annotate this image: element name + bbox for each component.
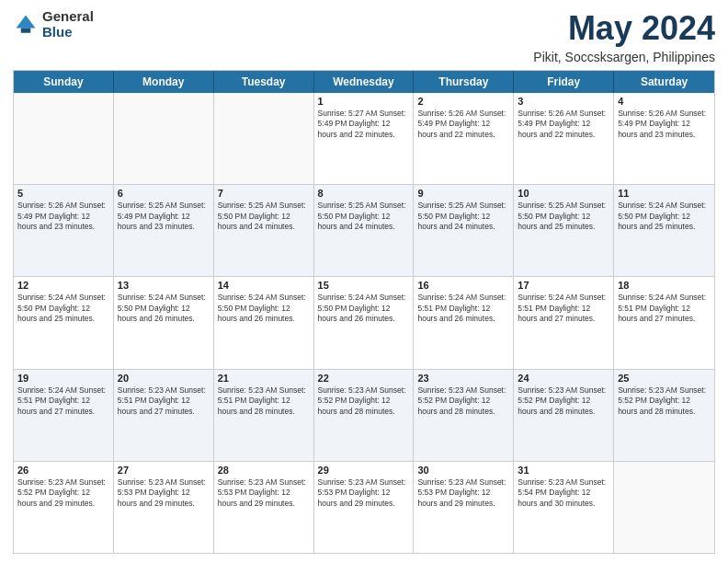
day-number: 9 [417, 188, 509, 199]
cal-cell-day-22: 22Sunrise: 5:23 AM Sunset: 5:52 PM Dayli… [314, 370, 415, 461]
day-info: Sunrise: 5:24 AM Sunset: 5:50 PM Dayligh… [318, 293, 410, 324]
day-number: 23 [417, 373, 509, 384]
cal-cell-day-13: 13Sunrise: 5:24 AM Sunset: 5:50 PM Dayli… [114, 277, 214, 368]
day-info: Sunrise: 5:25 AM Sunset: 5:50 PM Dayligh… [318, 201, 410, 232]
day-number: 27 [118, 465, 210, 476]
cal-header-wednesday: Wednesday [314, 71, 415, 93]
day-info: Sunrise: 5:25 AM Sunset: 5:50 PM Dayligh… [218, 201, 310, 232]
cal-cell-empty [214, 93, 314, 184]
day-number: 24 [518, 373, 609, 384]
cal-cell-day-19: 19Sunrise: 5:24 AM Sunset: 5:51 PM Dayli… [14, 370, 114, 461]
cal-cell-day-2: 2Sunrise: 5:26 AM Sunset: 5:49 PM Daylig… [414, 93, 514, 184]
cal-cell-day-4: 4Sunrise: 5:26 AM Sunset: 5:49 PM Daylig… [614, 93, 714, 184]
day-number: 5 [17, 188, 109, 199]
day-info: Sunrise: 5:25 AM Sunset: 5:50 PM Dayligh… [417, 201, 509, 232]
day-info: Sunrise: 5:24 AM Sunset: 5:50 PM Dayligh… [218, 293, 310, 324]
day-number: 8 [318, 188, 410, 199]
logo-icon [13, 12, 39, 38]
day-number: 15 [318, 280, 410, 291]
cal-header-saturday: Saturday [614, 71, 714, 93]
cal-cell-day-6: 6Sunrise: 5:25 AM Sunset: 5:49 PM Daylig… [114, 185, 214, 276]
logo-blue: Blue [42, 25, 94, 40]
cal-cell-day-3: 3Sunrise: 5:26 AM Sunset: 5:49 PM Daylig… [514, 93, 614, 184]
day-info: Sunrise: 5:26 AM Sunset: 5:49 PM Dayligh… [618, 109, 711, 140]
cal-week-3: 12Sunrise: 5:24 AM Sunset: 5:50 PM Dayli… [14, 277, 714, 369]
day-number: 7 [218, 188, 310, 199]
day-info: Sunrise: 5:26 AM Sunset: 5:49 PM Dayligh… [417, 109, 509, 140]
day-number: 2 [417, 96, 509, 107]
calendar-header-row: SundayMondayTuesdayWednesdayThursdayFrid… [14, 71, 714, 93]
cal-cell-day-27: 27Sunrise: 5:23 AM Sunset: 5:53 PM Dayli… [114, 462, 214, 553]
cal-cell-empty [14, 93, 114, 184]
cal-cell-day-10: 10Sunrise: 5:25 AM Sunset: 5:50 PM Dayli… [514, 185, 614, 276]
day-number: 29 [318, 465, 410, 476]
day-number: 12 [17, 280, 109, 291]
cal-cell-day-7: 7Sunrise: 5:25 AM Sunset: 5:50 PM Daylig… [214, 185, 314, 276]
day-info: Sunrise: 5:25 AM Sunset: 5:50 PM Dayligh… [518, 201, 609, 232]
logo-text: General Blue [42, 9, 94, 40]
cal-cell-day-16: 16Sunrise: 5:24 AM Sunset: 5:51 PM Dayli… [414, 277, 514, 368]
cal-cell-day-29: 29Sunrise: 5:23 AM Sunset: 5:53 PM Dayli… [314, 462, 415, 553]
day-info: Sunrise: 5:23 AM Sunset: 5:52 PM Dayligh… [518, 385, 609, 417]
title-block: May 2024 Pikit, Soccsksargen, Philippine… [533, 9, 715, 64]
day-number: 30 [417, 465, 509, 476]
main-title: May 2024 [533, 9, 715, 48]
day-info: Sunrise: 5:23 AM Sunset: 5:54 PM Dayligh… [518, 477, 609, 509]
day-number: 18 [618, 280, 711, 291]
cal-cell-empty [614, 462, 714, 553]
cal-cell-day-31: 31Sunrise: 5:23 AM Sunset: 5:54 PM Dayli… [514, 462, 614, 553]
header: General Blue May 2024 Pikit, Soccsksarge… [13, 9, 715, 64]
cal-header-tuesday: Tuesday [214, 71, 314, 93]
day-info: Sunrise: 5:23 AM Sunset: 5:51 PM Dayligh… [218, 385, 310, 417]
day-number: 6 [118, 188, 210, 199]
cal-cell-day-1: 1Sunrise: 5:27 AM Sunset: 5:49 PM Daylig… [314, 93, 415, 184]
cal-week-5: 26Sunrise: 5:23 AM Sunset: 5:52 PM Dayli… [14, 462, 714, 553]
logo: General Blue [13, 9, 94, 40]
day-number: 31 [518, 465, 609, 476]
day-number: 20 [118, 373, 210, 384]
cal-header-sunday: Sunday [14, 71, 114, 93]
day-info: Sunrise: 5:23 AM Sunset: 5:53 PM Dayligh… [118, 477, 210, 509]
day-info: Sunrise: 5:24 AM Sunset: 5:50 PM Dayligh… [118, 293, 210, 324]
calendar: SundayMondayTuesdayWednesdayThursdayFrid… [13, 70, 715, 554]
day-number: 16 [417, 280, 509, 291]
cal-cell-day-21: 21Sunrise: 5:23 AM Sunset: 5:51 PM Dayli… [214, 370, 314, 461]
calendar-body: 1Sunrise: 5:27 AM Sunset: 5:49 PM Daylig… [14, 93, 714, 553]
cal-header-thursday: Thursday [414, 71, 514, 93]
day-info: Sunrise: 5:23 AM Sunset: 5:53 PM Dayligh… [318, 477, 410, 509]
day-number: 13 [118, 280, 210, 291]
day-info: Sunrise: 5:25 AM Sunset: 5:49 PM Dayligh… [118, 201, 210, 232]
cal-cell-day-15: 15Sunrise: 5:24 AM Sunset: 5:50 PM Dayli… [314, 277, 415, 368]
cal-cell-day-17: 17Sunrise: 5:24 AM Sunset: 5:51 PM Dayli… [514, 277, 614, 368]
day-info: Sunrise: 5:23 AM Sunset: 5:53 PM Dayligh… [218, 477, 310, 509]
day-number: 25 [618, 373, 711, 384]
cal-header-friday: Friday [514, 71, 614, 93]
svg-marker-0 [17, 15, 36, 28]
subtitle: Pikit, Soccsksargen, Philippines [533, 50, 715, 64]
day-info: Sunrise: 5:24 AM Sunset: 5:51 PM Dayligh… [17, 385, 109, 417]
cal-cell-day-14: 14Sunrise: 5:24 AM Sunset: 5:50 PM Dayli… [214, 277, 314, 368]
day-number: 4 [618, 96, 711, 107]
day-info: Sunrise: 5:27 AM Sunset: 5:49 PM Dayligh… [318, 109, 410, 140]
cal-cell-day-25: 25Sunrise: 5:23 AM Sunset: 5:52 PM Dayli… [614, 370, 714, 461]
cal-cell-day-23: 23Sunrise: 5:23 AM Sunset: 5:52 PM Dayli… [414, 370, 514, 461]
cal-cell-day-11: 11Sunrise: 5:24 AM Sunset: 5:50 PM Dayli… [614, 185, 714, 276]
day-info: Sunrise: 5:26 AM Sunset: 5:49 PM Dayligh… [518, 109, 609, 140]
cal-cell-day-28: 28Sunrise: 5:23 AM Sunset: 5:53 PM Dayli… [214, 462, 314, 553]
cal-cell-day-20: 20Sunrise: 5:23 AM Sunset: 5:51 PM Dayli… [114, 370, 214, 461]
cal-cell-empty [114, 93, 214, 184]
day-number: 3 [518, 96, 609, 107]
day-info: Sunrise: 5:23 AM Sunset: 5:52 PM Dayligh… [17, 477, 109, 509]
day-number: 11 [618, 188, 711, 199]
cal-header-monday: Monday [114, 71, 214, 93]
day-info: Sunrise: 5:24 AM Sunset: 5:50 PM Dayligh… [17, 293, 109, 324]
cal-cell-day-12: 12Sunrise: 5:24 AM Sunset: 5:50 PM Dayli… [14, 277, 114, 368]
day-number: 21 [218, 373, 310, 384]
day-info: Sunrise: 5:23 AM Sunset: 5:52 PM Dayligh… [417, 385, 509, 417]
day-number: 17 [518, 280, 609, 291]
day-info: Sunrise: 5:23 AM Sunset: 5:51 PM Dayligh… [118, 385, 210, 417]
cal-week-2: 5Sunrise: 5:26 AM Sunset: 5:49 PM Daylig… [14, 185, 714, 277]
day-info: Sunrise: 5:23 AM Sunset: 5:52 PM Dayligh… [618, 385, 711, 417]
day-number: 1 [318, 96, 410, 107]
day-info: Sunrise: 5:24 AM Sunset: 5:51 PM Dayligh… [417, 293, 509, 324]
